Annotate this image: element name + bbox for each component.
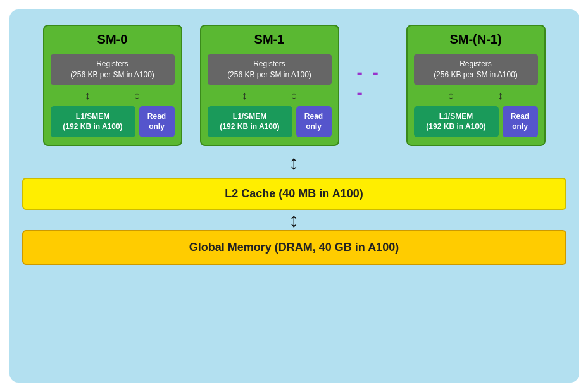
sm0-l1smem: L1/SMEM (192 KB in A100) bbox=[51, 106, 135, 138]
diagram-container: SM-0 Registers (256 KB per SM in A100) ↕… bbox=[9, 9, 579, 383]
arrow-down-icon: ↕ bbox=[85, 90, 91, 101]
arrow-down-icon: ↕ bbox=[448, 90, 454, 101]
sm0-reg-arrows: ↕ ↕ bbox=[51, 90, 175, 101]
sm-block-1: SM-1 Registers (256 KB per SM in A100) ↕… bbox=[200, 25, 339, 146]
global-memory-box: Global Memory (DRAM, 40 GB in A100) bbox=[22, 230, 566, 265]
smn1-readonly: Read only bbox=[503, 106, 538, 138]
smn1-title: SM-(N-1) bbox=[449, 32, 501, 47]
sm-to-l2-arrows: ↕ bbox=[22, 149, 566, 176]
bidirectional-arrow-icon2: ↕ bbox=[289, 209, 299, 232]
smn1-registers: Registers (256 KB per SM in A100) bbox=[414, 54, 538, 85]
bidirectional-arrow-icon: ↕ bbox=[289, 151, 299, 175]
smn1-reg-arrows: ↕ ↕ bbox=[414, 90, 538, 101]
arrow-down-icon: ↕ bbox=[242, 90, 247, 101]
sm1-registers: Registers (256 KB per SM in A100) bbox=[208, 54, 332, 85]
sm-blocks-row: SM-0 Registers (256 KB per SM in A100) ↕… bbox=[22, 25, 566, 146]
sm-block-0: SM-0 Registers (256 KB per SM in A100) ↕… bbox=[43, 25, 182, 146]
l2-cache-box: L2 Cache (40 MB in A100) bbox=[22, 178, 566, 210]
sm-block-n1: SM-(N-1) Registers (256 KB per SM in A10… bbox=[406, 25, 546, 146]
l2-to-global-arrows: ↕ bbox=[22, 210, 566, 230]
sm-separator: - - - bbox=[357, 25, 389, 103]
sm0-registers: Registers (256 KB per SM in A100) bbox=[51, 54, 175, 85]
sm1-reg-arrows: ↕ ↕ bbox=[208, 90, 332, 101]
arrow-down-icon: ↕ bbox=[291, 90, 297, 101]
sm1-l1smem: L1/SMEM (192 KB in A100) bbox=[208, 106, 292, 138]
smn1-l1smem: L1/SMEM (192 KB in A100) bbox=[414, 106, 499, 138]
sm0-readonly: Read only bbox=[139, 106, 175, 138]
smn1-lower: L1/SMEM (192 KB in A100) Read only bbox=[414, 106, 538, 138]
sm1-readonly: Read only bbox=[296, 106, 332, 138]
sm1-lower: L1/SMEM (192 KB in A100) Read only bbox=[208, 106, 332, 138]
arrow-down-icon: ↕ bbox=[497, 90, 503, 101]
arrow-down-icon: ↕ bbox=[134, 90, 140, 101]
sm0-title: SM-0 bbox=[97, 32, 128, 47]
sm0-lower: L1/SMEM (192 KB in A100) Read only bbox=[51, 106, 175, 138]
sm1-title: SM-1 bbox=[254, 32, 285, 47]
